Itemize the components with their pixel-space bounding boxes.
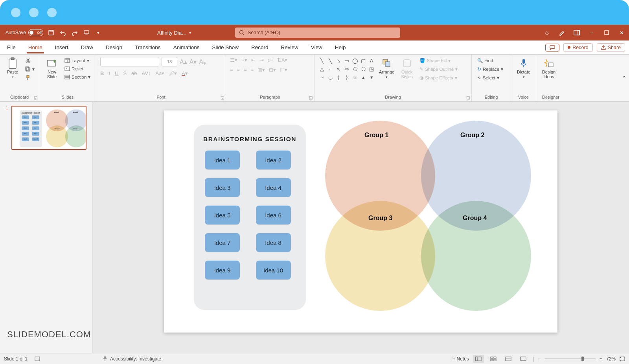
idea-card[interactable]: Idea 3 [22,121,29,125]
italic-button[interactable]: I [109,70,110,76]
record-button[interactable]: Record [563,43,592,52]
reset-button[interactable]: Reset [63,66,92,72]
normal-view-icon[interactable] [473,355,484,363]
search-box[interactable] [235,28,400,38]
shape-rect-icon[interactable]: ▭ [343,57,350,64]
shape-star-icon[interactable]: ☆ [351,74,359,81]
shape-text-icon[interactable]: A [368,57,375,64]
shape-rbrace-icon[interactable]: } [343,74,350,81]
customize-qat-icon[interactable]: ▾ [94,29,102,37]
search-input[interactable] [248,30,396,35]
tab-help[interactable]: Help [333,41,348,53]
mac-close-dot[interactable] [11,8,20,17]
mac-max-dot[interactable] [47,8,57,17]
tab-home[interactable]: Home [27,41,44,53]
slide[interactable]: BRAINSTORMING SESSION Idea 1Idea 2Idea 3… [164,110,557,333]
shape-roundrect-icon[interactable]: ▢ [360,57,367,64]
underline-button[interactable]: U [115,70,118,76]
redo-icon[interactable] [71,29,79,37]
tab-record[interactable]: Record [250,41,270,53]
tab-view[interactable]: View [309,41,324,53]
dialog-launcher-icon[interactable]: ◲ [34,96,37,100]
venn-label-4[interactable]: Group 4 [74,128,78,130]
tab-design[interactable]: Design [104,41,124,53]
venn-diagram[interactable]: Group 1 Group 2 Group 3 Group 4 [321,118,545,323]
idea-card[interactable]: Idea 9 [22,137,29,141]
align-right-button[interactable]: ≡ [244,67,247,73]
shape-fill-button[interactable]: 🪣Shape Fill▾ [418,57,459,64]
shape-line-icon[interactable]: ╲ [327,57,334,64]
section-button[interactable]: Section▾ [63,74,92,81]
clear-formatting-icon[interactable]: Aᵩ [199,58,206,66]
decrease-indent-button[interactable]: ⇤ [251,57,256,63]
align-left-button[interactable]: ≡ [230,67,233,73]
shape-oval-icon[interactable]: ◯ [351,57,359,64]
text-direction-button[interactable]: ⇅A▾ [277,57,288,63]
status-slide-info[interactable]: Slide 1 of 1 [4,356,28,362]
quick-styles-button[interactable]: Quick Styles [398,57,416,80]
replace-button[interactable]: ↻Replace ▾ [476,66,505,73]
font-color-button[interactable]: A▾ [182,70,188,76]
tab-draw[interactable]: Draw [79,41,95,53]
venn-diagram[interactable]: Group 1 Group 2 Group 3 Group 4 [45,109,86,150]
slide-thumbnail-1[interactable]: BRAINSTORMING SESSION Idea 1Idea 2Idea 3… [11,106,86,150]
idea-card[interactable]: Idea 3 [205,178,240,197]
smartart-button[interactable]: ⬚▾ [280,67,287,73]
shape-arc-icon[interactable]: ◡ [327,74,334,81]
decrease-font-icon[interactable]: A▾ [189,58,197,66]
idea-card[interactable]: Idea 6 [32,126,39,130]
tab-review[interactable]: Review [280,41,300,53]
venn-label-2[interactable]: Group 2 [460,132,484,139]
save-icon[interactable] [47,29,55,37]
idea-card[interactable]: Idea 9 [205,261,240,279]
venn-label-3[interactable]: Group 3 [55,128,59,130]
reading-view-icon[interactable] [503,355,514,363]
shape-arrow-right-icon[interactable]: ⇨ [343,65,350,72]
shadow-button[interactable]: S [123,70,127,76]
status-language-icon[interactable] [35,357,40,361]
idea-card[interactable]: Idea 1 [22,115,29,119]
idea-card[interactable]: Idea 7 [205,233,240,252]
window-minimize-icon[interactable]: − [588,29,595,36]
paste-button[interactable]: Paste ▾ [4,57,21,80]
char-spacing-button[interactable]: AV↕ [142,70,151,76]
window-maximize-icon[interactable] [603,29,610,36]
format-painter-button[interactable] [24,74,36,81]
fit-to-window-icon[interactable] [620,357,625,361]
venn-label-1[interactable]: Group 1 [364,132,388,139]
shape-effects-button[interactable]: ◑Shape Effects▾ [418,74,459,81]
idea-card[interactable]: Idea 5 [22,126,29,130]
bullets-button[interactable]: ☰▾ [230,57,237,63]
shape-pentagon-icon[interactable]: ⬠ [351,65,359,72]
copy-button[interactable]: ▾ [24,66,36,73]
find-button[interactable]: 🔍Find [476,57,505,64]
comments-button[interactable] [545,44,559,51]
tab-insert[interactable]: Insert [53,41,70,53]
tab-transitions[interactable]: Transitions [133,41,162,53]
font-size-combo[interactable]: 18 [162,57,177,66]
shape-line-icon[interactable]: ╲ [318,57,326,64]
zoom-slider[interactable] [544,358,596,359]
tab-file[interactable]: File [6,41,17,53]
idea-card[interactable]: Idea 10 [32,137,39,141]
shape-arrow-icon[interactable]: ↘ [335,57,342,64]
cut-button[interactable] [24,57,36,64]
idea-card[interactable]: Idea 10 [256,261,291,279]
align-center-button[interactable]: ≡ [237,67,240,73]
justify-button[interactable]: ≡ [251,67,254,73]
layout-button[interactable]: Layout▾ [63,57,92,64]
select-button[interactable]: ↖Select▾ [476,74,505,81]
shape-brace-icon[interactable]: ～ [318,74,326,81]
dialog-launcher-icon[interactable]: ◲ [309,96,313,100]
ribbon-display-icon[interactable] [573,29,580,36]
present-from-start-icon[interactable] [83,29,90,37]
columns-button[interactable]: ▥▾ [257,67,265,73]
slide-sorter-view-icon[interactable] [488,355,499,363]
thumbnail-pane[interactable]: 1 BRAINSTORMING SESSION Idea 1Idea 2Idea… [0,102,92,353]
shape-scroll-down-icon[interactable]: ▾ [368,74,375,81]
zoom-out-button[interactable]: − [538,356,541,362]
highlight-button[interactable]: 🖊▾ [169,70,177,76]
zoom-in-button[interactable]: + [600,356,602,362]
shape-lbrace-icon[interactable]: { [335,74,342,81]
shape-outline-button[interactable]: ✎Shape Outline▾ [418,66,459,73]
